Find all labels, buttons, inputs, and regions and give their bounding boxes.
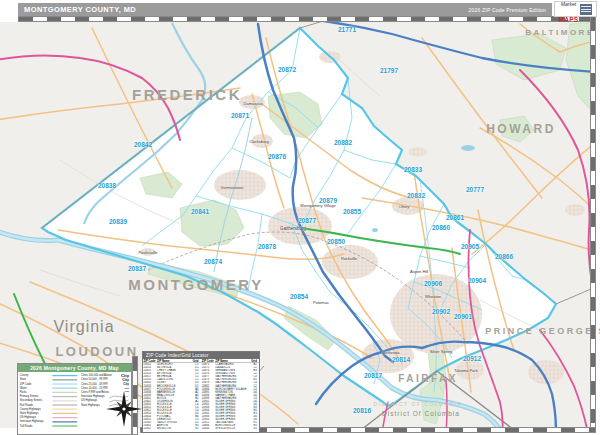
- zip-table-body: ZIP CodeZIP NameGridZIP CodeZIP NameGrid…: [143, 359, 260, 430]
- ruler-top: [18, 16, 596, 22]
- ruler-right: [590, 16, 596, 433]
- brand-line1: Market: [561, 1, 576, 7]
- edition-label: 2026 ZIP Code Premium Edition: [469, 7, 546, 13]
- legend-city-row: Cities 50,000 - 99,999City: [81, 377, 129, 381]
- header-bar: MONTGOMERY COUNTY, MD 2026 ZIP Code Prem…: [18, 3, 552, 16]
- zip-table-title: ZIP Code Index/Grid Locator: [143, 352, 259, 359]
- zip-code-table: ZIP Code Index/Grid Locator ZIP CodeZIP …: [142, 351, 260, 433]
- brand-logo: Market MAPS: [554, 1, 597, 17]
- legend-items: CountyStateZIP CodeWaterParksPrimary Str…: [20, 373, 78, 428]
- zip-table-row: 20862BRINKLOWE320868SPENCERVILLEE3: [143, 427, 260, 430]
- legend-title: 2026 Montgomery County, MD Map: [18, 364, 131, 372]
- page-title: MONTGOMERY COUNTY, MD: [24, 5, 136, 14]
- compass-rose: [104, 389, 144, 429]
- map-poster: FREDERICKHOWARDBALTIMOREMONTGOMERYLOUDOU…: [0, 0, 600, 435]
- lake: [372, 228, 378, 232]
- brand-mark: [580, 4, 592, 15]
- legend-row: Toll Roads: [20, 424, 78, 428]
- brand-line2: MAPS: [559, 16, 579, 23]
- reservoir: [461, 145, 475, 151]
